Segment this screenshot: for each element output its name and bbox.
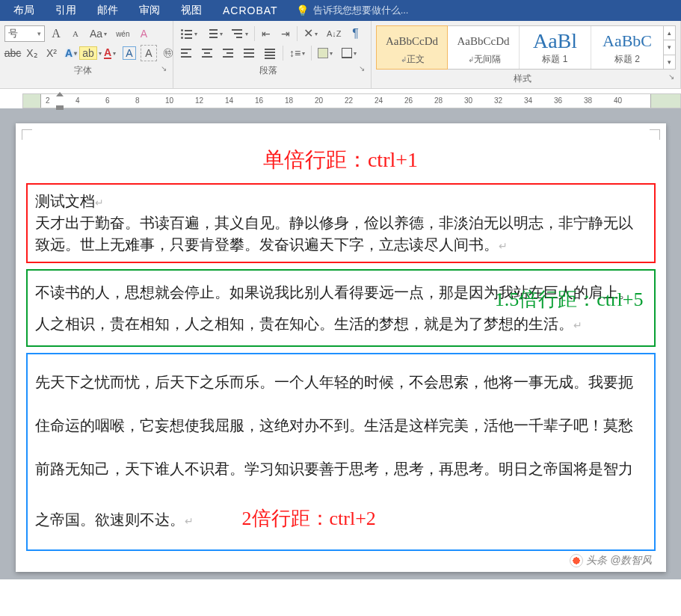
font-size-value: 号: [8, 27, 18, 40]
tab-references[interactable]: 引用: [45, 0, 87, 22]
watermark: 头条 @数智风: [570, 554, 652, 567]
gallery-up-button[interactable]: ▴: [664, 26, 675, 40]
justify-button[interactable]: [241, 45, 259, 61]
styles-gallery: AaBbCcDd ↲正文 AaBbCcDd ↲无间隔 AaBl 标题 1 AaB…: [376, 25, 676, 70]
ruler-right-margin[interactable]: [650, 94, 680, 108]
borders-button[interactable]: [339, 45, 360, 61]
ruler-tick: 8: [135, 96, 140, 105]
tell-me-placeholder: 告诉我您想要做什么...: [313, 4, 409, 17]
numbering-button[interactable]: [203, 25, 226, 42]
strikethrough-button[interactable]: abc: [4, 45, 21, 61]
char-shading-button[interactable]: A: [121, 45, 138, 61]
shading-icon: [318, 48, 328, 58]
numbering-icon: [206, 28, 218, 39]
font-color-button[interactable]: A: [102, 45, 118, 61]
tab-view[interactable]: 视图: [170, 0, 212, 22]
ruler-tick: 2: [46, 96, 50, 105]
style-heading-2[interactable]: AaBbC 标题 2: [591, 26, 663, 69]
gallery-more-button[interactable]: ▾: [664, 55, 675, 69]
align-center-button[interactable]: [199, 45, 217, 61]
style-preview: AaBbCcDd: [449, 31, 517, 52]
decrease-indent-button[interactable]: ⇤: [258, 25, 274, 42]
paragraph-mark-icon: ↵: [499, 241, 508, 252]
font-color-icon: A: [104, 47, 111, 59]
grow-font-button[interactable]: A: [48, 25, 64, 42]
style-preview: AaBbC: [593, 31, 662, 52]
double-spacing-textbox[interactable]: 先天下之忧而忧，后天下之乐而乐。一个人年轻的时候，不会思索，他将一事无成。我要扼…: [26, 353, 656, 551]
page[interactable]: 单倍行距：ctrl+1 测试文档↵ 天才出于勤奋。书读百遍，其义自见。静以修身，…: [16, 123, 666, 572]
ruler-left-margin[interactable]: [23, 94, 41, 108]
tab-layout[interactable]: 布局: [3, 0, 45, 22]
char-border-button[interactable]: A: [141, 45, 157, 61]
tab-review[interactable]: 审阅: [129, 0, 170, 22]
align-left-button[interactable]: [178, 45, 196, 61]
bullets-button[interactable]: [178, 25, 200, 42]
document-area: 单倍行距：ctrl+1 测试文档↵ 天才出于勤奋。书读百遍，其义自见。静以修身，…: [0, 108, 681, 579]
tab-mailings[interactable]: 邮件: [87, 0, 129, 22]
shrink-font-button[interactable]: A: [67, 25, 84, 42]
phonetic-guide-button[interactable]: wén: [113, 25, 132, 42]
watermark-text: 头条 @数智风: [586, 554, 652, 567]
ruler-tick: 28: [434, 96, 443, 105]
page-corner-icon: [22, 129, 32, 140]
style-no-spacing[interactable]: AaBbCcDd ↲无间隔: [448, 26, 520, 69]
ruler-tick: 20: [315, 96, 323, 105]
ruler-tick: 36: [554, 96, 562, 105]
distribute-button[interactable]: [262, 45, 280, 61]
style-heading-1[interactable]: AaBl 标题 1: [520, 26, 591, 69]
tab-acrobat[interactable]: ACROBAT: [212, 0, 289, 21]
shading-button[interactable]: [315, 45, 336, 61]
borders-icon: [342, 48, 352, 58]
ruler-tick: 26: [404, 96, 413, 105]
font-size-combo[interactable]: 号 ▾: [4, 25, 45, 42]
char-shading-icon: A: [123, 46, 135, 60]
styles-group: AaBbCcDd ↲正文 AaBbCcDd ↲无间隔 AaBl 标题 1 AaB…: [372, 21, 681, 88]
highlight-button[interactable]: ab: [82, 45, 99, 61]
first-line-indent-icon[interactable]: [56, 92, 64, 96]
paragraph-group-label: 段落 ↘: [178, 61, 366, 78]
show-marks-button[interactable]: ¶: [348, 25, 364, 42]
superscript-button[interactable]: X²: [43, 45, 60, 61]
align-left-icon: [181, 48, 193, 58]
ruler-tick: 14: [225, 96, 233, 105]
change-case-button[interactable]: Aa: [87, 25, 110, 42]
ruler-tick: 22: [345, 96, 353, 105]
ruler-tick: 10: [165, 96, 173, 105]
align-center-icon: [202, 48, 214, 58]
distribute-icon: [265, 48, 277, 58]
gallery-down-button[interactable]: ▾: [664, 40, 675, 55]
ribbon: 号 ▾ A A Aa wén A abc X₂ X² A ab A A A ㊕: [0, 21, 681, 89]
ruler-tick: 16: [255, 96, 263, 105]
ruler-tick: 34: [524, 96, 532, 105]
onehalf-spacing-textbox[interactable]: 1.5倍行距：ctrl+5 不读书的人，思想就会停止。如果说我比别人看得要远一点…: [26, 269, 656, 347]
subscript-button[interactable]: X₂: [24, 45, 40, 61]
annotation-onehalf-spacing: 1.5倍行距：ctrl+5: [495, 280, 644, 321]
horizontal-ruler[interactable]: 246810121416182022242628303234363840: [22, 93, 681, 108]
ribbon-tabs: 布局 引用 邮件 审阅 视图 ACROBAT 💡 告诉我您想要做什么...: [0, 0, 681, 21]
ruler-tick: 6: [105, 96, 110, 105]
asian-layout-button[interactable]: ✕: [301, 25, 321, 42]
increase-indent-button[interactable]: ⇥: [277, 25, 294, 42]
style-name: 标题 2: [593, 53, 662, 66]
align-right-button[interactable]: [220, 45, 238, 61]
tell-me-search[interactable]: 💡 告诉我您想要做什么...: [296, 4, 409, 17]
text-effects-button[interactable]: A: [63, 45, 79, 61]
chevron-down-icon: ▾: [37, 30, 41, 37]
single-spacing-textbox[interactable]: 测试文档↵ 天才出于勤奋。书读百遍，其义自见。静以修身，俭以养德，非淡泊无以明志…: [26, 183, 656, 263]
annotation-double-spacing: 2倍行距：ctrl+2: [242, 508, 376, 529]
bullets-icon: [181, 28, 193, 39]
paragraph-dialog-launcher-icon[interactable]: ↘: [359, 64, 365, 73]
style-name: ↲正文: [378, 53, 446, 66]
gallery-scroll: ▴ ▾ ▾: [663, 26, 675, 69]
style-normal[interactable]: AaBbCcDd ↲正文: [376, 25, 448, 70]
style-preview: AaBl: [521, 31, 589, 52]
font-dialog-launcher-icon[interactable]: ↘: [161, 64, 167, 73]
hanging-indent-icon[interactable]: [56, 105, 64, 110]
multilevel-list-button[interactable]: [229, 25, 251, 42]
enclose-chars-button[interactable]: ㊕: [160, 45, 176, 61]
line-spacing-button[interactable]: ↕≡: [286, 45, 308, 61]
sort-button[interactable]: A↓Z: [324, 25, 345, 42]
clear-formatting-button[interactable]: A: [135, 25, 152, 42]
paragraph-mark-icon: ↵: [95, 197, 104, 209]
styles-dialog-launcher-icon[interactable]: ↘: [668, 73, 674, 81]
